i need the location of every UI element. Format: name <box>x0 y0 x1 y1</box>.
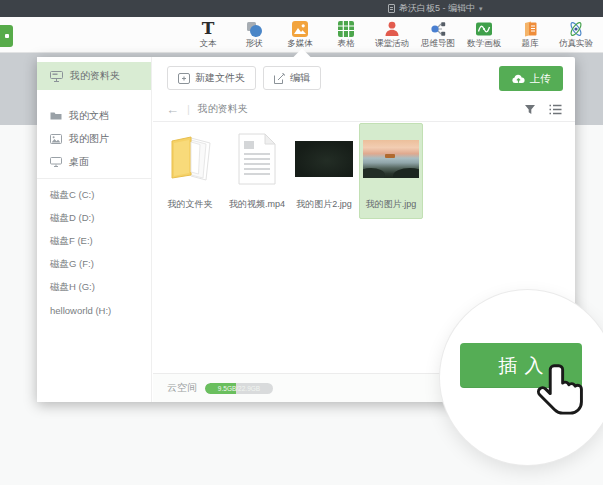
cloud-usage-text: 9.5GB/22.9GB <box>205 383 273 394</box>
boat-shape <box>385 154 395 158</box>
breadcrumb-row: ← | 我的资料夹 <box>153 97 575 122</box>
media-icon <box>291 20 309 37</box>
sidebar-item-label: 我的文档 <box>69 109 109 123</box>
view-controls <box>524 104 562 115</box>
tab-shapes[interactable]: 形状 <box>231 17 277 53</box>
breadcrumb: 我的资料夹 <box>198 102 248 116</box>
tab-mindmap[interactable]: 思维导图 <box>415 17 461 53</box>
edit-icon <box>274 73 285 84</box>
table-icon <box>337 20 355 37</box>
rock-shape <box>393 168 419 178</box>
app-window: 希沃白板5 - 编辑中 ▾ T 文本 形状 多媒体 <box>0 0 603 485</box>
text-icon: T <box>202 20 215 37</box>
filter-icon[interactable] <box>524 104 536 115</box>
sidebar-divider <box>37 178 151 179</box>
edit-button[interactable]: 编辑 <box>263 66 321 90</box>
sidebar-item-label: 我的资料夹 <box>70 69 120 83</box>
sidebar-drive-f[interactable]: 磁盘G (F:) <box>37 253 151 276</box>
tab-experiment[interactable]: 仿真实验 <box>553 17 599 53</box>
sidebar-drive-e[interactable]: 磁盘F (E:) <box>37 230 151 253</box>
list-view-icon[interactable] <box>549 104 562 115</box>
desktop-icon <box>50 157 62 167</box>
video-file-icon <box>226 128 288 190</box>
upload-button[interactable]: 上传 <box>499 66 563 91</box>
image-thumbnail-dark <box>295 141 353 177</box>
sidebar-drive-h[interactable]: helloworld (H:) <box>37 299 151 322</box>
cloud-folder-icon <box>50 71 63 82</box>
sidebar-item-label: 桌面 <box>69 155 89 169</box>
file-name: 我的图片.jpg <box>360 198 422 211</box>
folder-large-icon <box>159 128 221 190</box>
file-tile-image-selected[interactable]: 我的图片.jpg <box>359 123 423 219</box>
folder-icon <box>50 111 62 121</box>
new-folder-button[interactable]: 新建文件夹 <box>167 66 256 90</box>
file-tile-folder[interactable]: 我的文件夹 <box>158 123 222 219</box>
file-name: 我的文件夹 <box>159 198 221 211</box>
experiment-icon <box>567 20 585 37</box>
dialog-action-row: 新建文件夹 编辑 上传 <box>153 57 575 97</box>
tab-mathboard[interactable]: 数学画板 <box>461 17 507 53</box>
mindmap-icon <box>429 20 447 37</box>
sidebar-item-documents[interactable]: 我的文档 <box>37 104 151 127</box>
edge-tool-button[interactable] <box>0 25 13 47</box>
chevron-down-icon: ▾ <box>479 5 483 13</box>
tab-text[interactable]: T 文本 <box>185 17 231 53</box>
dialog-sidebar: 我的资料夹 我的文档 我的图片 桌面 磁 <box>37 57 152 402</box>
file-tile-image-dark[interactable]: 我的图片2.jpg <box>292 123 356 219</box>
tab-class-activity[interactable]: 课堂活动 <box>369 17 415 53</box>
window-title: 希沃白板5 - 编辑中 <box>399 2 475 15</box>
rock-shape <box>363 168 385 178</box>
file-grid: 我的文件夹 我的视频.mp4 <box>158 123 423 219</box>
sidebar-spacer <box>37 90 151 104</box>
breadcrumb-separator: | <box>187 103 190 115</box>
new-folder-icon <box>178 73 190 84</box>
titlebar: 希沃白板5 - 编辑中 ▾ <box>0 0 603 17</box>
sidebar-drive-d[interactable]: 磁盘D (D:) <box>37 207 151 230</box>
toolbar-items: T 文本 形状 多媒体 表格 <box>185 17 599 53</box>
picture-icon <box>50 134 62 144</box>
cloud-space-label: 云空间 <box>167 381 197 395</box>
sidebar-item-label: 我的图片 <box>69 132 109 146</box>
file-tile-video[interactable]: 我的视频.mp4 <box>225 123 289 219</box>
insert-callout-circle: 插入 <box>440 290 603 465</box>
tab-table[interactable]: 表格 <box>323 17 369 53</box>
sidebar-item-pictures[interactable]: 我的图片 <box>37 127 151 150</box>
sidebar-drive-c[interactable]: 磁盘C (C:) <box>37 184 151 207</box>
tab-media[interactable]: 多媒体 <box>277 17 323 53</box>
mathboard-icon <box>475 20 493 37</box>
upload-cloud-icon <box>512 74 525 84</box>
hand-cursor-icon <box>535 363 587 425</box>
sidebar-item-cloud-folder[interactable]: 我的资料夹 <box>37 62 151 90</box>
document-icon <box>388 4 395 13</box>
back-button[interactable]: ← <box>166 103 179 116</box>
image-thumbnail-beach <box>363 140 419 178</box>
titlebar-menu[interactable]: 希沃白板5 - 编辑中 ▾ <box>388 0 483 17</box>
class-activity-icon <box>383 20 401 37</box>
sidebar-drive-g[interactable]: 磁盘H (G:) <box>37 276 151 299</box>
sidebar-item-desktop[interactable]: 桌面 <box>37 150 151 173</box>
question-bank-icon <box>521 20 539 37</box>
shapes-icon <box>245 20 263 37</box>
tab-question-bank[interactable]: 题库 <box>507 17 553 53</box>
cloud-progress-bar: 9.5GB/22.9GB <box>205 383 273 394</box>
file-name: 我的图片2.jpg <box>293 198 355 211</box>
file-name: 我的视频.mp4 <box>226 198 288 211</box>
